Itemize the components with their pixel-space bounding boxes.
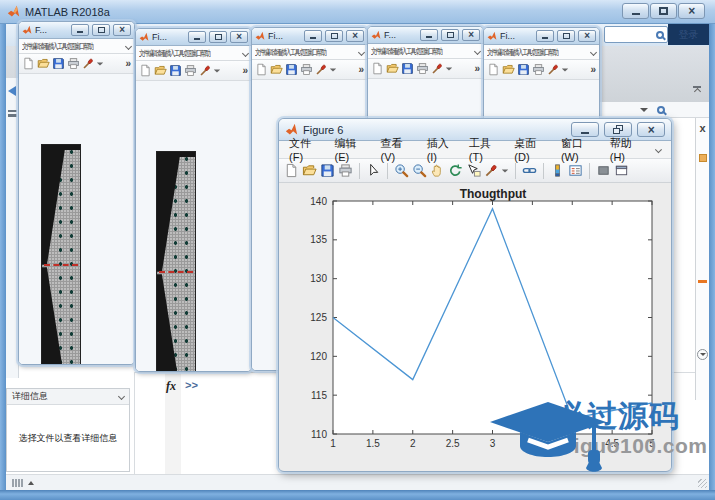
brush-icon[interactable]: [484, 163, 499, 178]
toolbar-overflow-icon[interactable]: »: [358, 64, 364, 75]
scroll-options-icon[interactable]: [697, 349, 708, 360]
pan-hand-icon[interactable]: [430, 163, 445, 178]
details-header[interactable]: 详细信息: [7, 389, 129, 405]
rotate3d-icon[interactable]: [448, 163, 463, 178]
insert-colorbar-icon[interactable]: [550, 163, 565, 178]
new-figure-icon[interactable]: [22, 57, 35, 70]
toolbar-overflow-icon[interactable]: »: [242, 65, 248, 76]
hide-plot-tools-icon[interactable]: [596, 163, 611, 178]
resize-grip[interactable]: [698, 479, 707, 488]
minimize-button[interactable]: [622, 3, 649, 19]
save-icon[interactable]: [401, 62, 414, 75]
back-icon[interactable]: [8, 86, 16, 96]
chevron-down-icon[interactable]: [590, 48, 597, 55]
maximize-button[interactable]: [650, 3, 677, 19]
new-figure-icon[interactable]: [284, 163, 299, 178]
print-icon[interactable]: [416, 62, 429, 75]
minimize-button[interactable]: [71, 24, 89, 36]
toolbar-overflow-icon[interactable]: »: [590, 64, 596, 75]
figure6-window[interactable]: Figure 6 × 文件(F) 编辑(E) 查看(V) 插入(I) 工具(T)…: [278, 118, 672, 472]
minimize-button[interactable]: [536, 30, 554, 42]
restore-button[interactable]: [604, 122, 632, 137]
chevron-down-icon[interactable]: [118, 393, 125, 400]
print-icon[interactable]: [67, 57, 80, 70]
toolbar-overflow-icon[interactable]: »: [474, 63, 480, 74]
close-button[interactable]: ×: [230, 31, 248, 43]
minimize-button[interactable]: [571, 122, 599, 137]
figure-menubar[interactable]: 文件 编辑 查看 插入 工具 桌面 窗口 帮助: [484, 45, 599, 60]
login-button[interactable]: 登录: [668, 24, 709, 45]
brush-dropdown-icon[interactable]: [502, 169, 508, 172]
list-icon[interactable]: [8, 110, 17, 117]
chevron-down-icon[interactable]: [125, 42, 132, 49]
brush-icon[interactable]: [199, 64, 212, 77]
brush-icon[interactable]: [431, 62, 444, 75]
zoom-in-icon[interactable]: [394, 163, 409, 178]
collapse-ribbon-icon[interactable]: [693, 86, 701, 94]
figure-window-titlebar[interactable]: F... ×: [19, 22, 134, 39]
open-file-icon[interactable]: [502, 63, 515, 76]
figure-window-titlebar[interactable]: Fi... ×: [484, 28, 599, 45]
print-icon[interactable]: [184, 64, 197, 77]
minimize-button[interactable]: [420, 29, 438, 41]
chevron-down-icon[interactable]: [358, 48, 365, 55]
print-icon[interactable]: [300, 63, 313, 76]
brush-dropdown-icon[interactable]: [214, 69, 220, 72]
menu-edit[interactable]: 编辑(E): [335, 136, 368, 163]
edit-cursor-icon[interactable]: [366, 163, 381, 178]
open-file-icon[interactable]: [386, 62, 399, 75]
zoom-out-icon[interactable]: [412, 163, 427, 178]
new-figure-icon[interactable]: [487, 63, 500, 76]
new-figure-icon[interactable]: [139, 64, 152, 77]
toolbar-overflow-icon[interactable]: »: [125, 58, 131, 69]
chevron-down-icon[interactable]: [242, 49, 249, 56]
brush-dropdown-icon[interactable]: [562, 68, 568, 71]
minimize-button[interactable]: [304, 30, 322, 42]
figure-window-titlebar[interactable]: Fi... ×: [136, 29, 251, 46]
maximize-button[interactable]: [557, 30, 575, 42]
status-tri-icon[interactable]: [28, 481, 34, 485]
menu-insert[interactable]: 插入(I): [427, 136, 456, 163]
menu-help[interactable]: 帮助(H): [610, 136, 644, 163]
new-figure-icon[interactable]: [371, 62, 384, 75]
new-figure-icon[interactable]: [255, 63, 268, 76]
save-icon[interactable]: [52, 57, 65, 70]
close-button[interactable]: ×: [637, 122, 665, 137]
menu-window[interactable]: 窗口(W): [561, 136, 597, 163]
insert-legend-icon[interactable]: [568, 163, 583, 178]
status-bars-icon[interactable]: [12, 479, 23, 487]
brush-dropdown-icon[interactable]: [330, 68, 336, 71]
save-icon[interactable]: [285, 63, 298, 76]
close-button[interactable]: ×: [113, 24, 131, 36]
command-prompt[interactable]: >>: [185, 380, 198, 392]
save-icon[interactable]: [320, 163, 335, 178]
menu-tools[interactable]: 工具(T): [469, 136, 502, 163]
figure-window-titlebar[interactable]: F... ×: [368, 27, 483, 44]
close-button[interactable]: ×: [346, 30, 364, 42]
maximize-button[interactable]: [209, 31, 227, 43]
menu-view[interactable]: 查看(V): [381, 136, 414, 163]
figure-window-titlebar[interactable]: Fi... ×: [252, 28, 367, 45]
dropdown-icon[interactable]: [640, 108, 648, 112]
menu-desktop[interactable]: 桌面(D): [514, 136, 548, 163]
chevron-down-icon[interactable]: [655, 146, 662, 153]
open-file-icon[interactable]: [270, 63, 283, 76]
figure-menubar[interactable]: 文件 编辑 查看 插入 工具 桌面 窗口 帮助: [19, 39, 134, 54]
brush-dropdown-icon[interactable]: [446, 67, 452, 70]
minimize-button[interactable]: [188, 31, 206, 43]
print-icon[interactable]: [338, 163, 353, 178]
brush-icon[interactable]: [315, 63, 328, 76]
chevron-down-icon[interactable]: [474, 47, 481, 54]
doc-search-input[interactable]: [604, 26, 668, 43]
marker-dash[interactable]: [698, 280, 707, 283]
brush-icon[interactable]: [82, 57, 95, 70]
data-cursor-icon[interactable]: [466, 163, 481, 178]
open-file-icon[interactable]: [302, 163, 317, 178]
close-button[interactable]: ×: [462, 29, 480, 41]
brush-dropdown-icon[interactable]: [97, 62, 103, 65]
open-file-icon[interactable]: [37, 57, 50, 70]
show-plot-tools-icon[interactable]: [614, 163, 629, 178]
menu-file[interactable]: 文件(F): [289, 136, 322, 163]
marker-square[interactable]: [699, 154, 707, 162]
brush-icon[interactable]: [547, 63, 560, 76]
